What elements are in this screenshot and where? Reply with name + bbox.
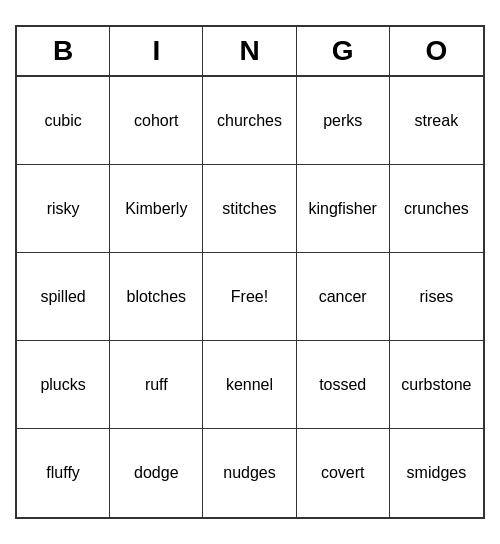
bingo-cell-13: cancer [297, 253, 390, 341]
header-letter-b: B [17, 27, 110, 75]
cell-text-3: perks [323, 111, 362, 130]
cell-text-10: spilled [40, 287, 85, 306]
bingo-cell-23: covert [297, 429, 390, 517]
bingo-cell-7: stitches [203, 165, 296, 253]
bingo-cell-22: nudges [203, 429, 296, 517]
bingo-cell-9: crunches [390, 165, 483, 253]
bingo-cell-16: ruff [110, 341, 203, 429]
header-letter-i: I [110, 27, 203, 75]
cell-text-17: kennel [226, 375, 273, 394]
cell-text-23: covert [321, 463, 365, 482]
bingo-cell-10: spilled [17, 253, 110, 341]
header-letter-o: O [390, 27, 483, 75]
cell-text-4: streak [415, 111, 459, 130]
bingo-cell-20: fluffy [17, 429, 110, 517]
bingo-cell-8: kingfisher [297, 165, 390, 253]
bingo-cell-5: risky [17, 165, 110, 253]
bingo-cell-14: rises [390, 253, 483, 341]
header-letter-g: G [297, 27, 390, 75]
cell-text-8: kingfisher [308, 199, 376, 218]
bingo-cell-0: cubic [17, 77, 110, 165]
bingo-cell-15: plucks [17, 341, 110, 429]
cell-text-7: stitches [222, 199, 276, 218]
bingo-card: BINGO cubiccohortchurchesperksstreakrisk… [15, 25, 485, 519]
cell-text-2: churches [217, 111, 282, 130]
bingo-cell-12: Free! [203, 253, 296, 341]
bingo-cell-18: tossed [297, 341, 390, 429]
cell-text-0: cubic [44, 111, 81, 130]
cell-text-14: rises [420, 287, 454, 306]
bingo-cell-21: dodge [110, 429, 203, 517]
cell-text-6: Kimberly [125, 199, 187, 218]
cell-text-18: tossed [319, 375, 366, 394]
cell-text-1: cohort [134, 111, 178, 130]
cell-text-22: nudges [223, 463, 276, 482]
cell-text-5: risky [47, 199, 80, 218]
bingo-cell-17: kennel [203, 341, 296, 429]
cell-text-9: crunches [404, 199, 469, 218]
header-letter-n: N [203, 27, 296, 75]
cell-text-19: curbstone [401, 375, 471, 394]
cell-text-16: ruff [145, 375, 168, 394]
bingo-header: BINGO [17, 27, 483, 77]
cell-text-15: plucks [40, 375, 85, 394]
bingo-cell-11: blotches [110, 253, 203, 341]
bingo-cell-6: Kimberly [110, 165, 203, 253]
cell-text-12: Free! [231, 287, 268, 306]
bingo-cell-3: perks [297, 77, 390, 165]
cell-text-20: fluffy [46, 463, 80, 482]
bingo-cell-4: streak [390, 77, 483, 165]
bingo-cell-19: curbstone [390, 341, 483, 429]
cell-text-24: smidges [407, 463, 467, 482]
bingo-grid: cubiccohortchurchesperksstreakriskyKimbe… [17, 77, 483, 517]
cell-text-11: blotches [126, 287, 186, 306]
cell-text-13: cancer [319, 287, 367, 306]
bingo-cell-1: cohort [110, 77, 203, 165]
cell-text-21: dodge [134, 463, 179, 482]
bingo-cell-2: churches [203, 77, 296, 165]
bingo-cell-24: smidges [390, 429, 483, 517]
